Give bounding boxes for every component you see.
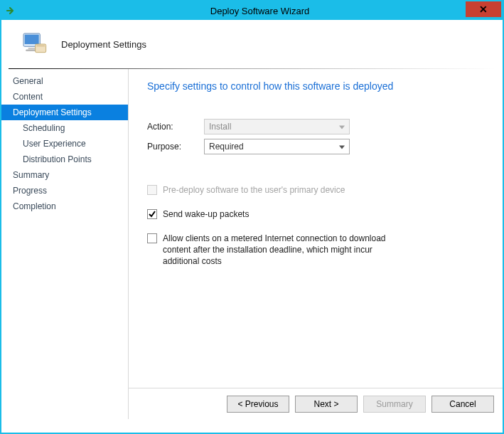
predeploy-checkbox [147, 185, 157, 195]
purpose-label: Purpose: [147, 142, 204, 152]
action-row: Action: Install [147, 119, 488, 134]
sidebar-item-progress[interactable]: Progress [1, 183, 128, 199]
sidebar-item-scheduling[interactable]: Scheduling [1, 120, 128, 136]
main-panel: Specify settings to control how this sof… [128, 69, 503, 419]
wakeup-row: Send wake-up packets [147, 208, 488, 220]
svg-rect-5 [36, 46, 45, 47]
cancel-button[interactable]: Cancel [431, 396, 494, 413]
wakeup-label: Send wake-up packets [163, 208, 249, 220]
action-dropdown: Install [204, 119, 350, 134]
button-bar: < Previous Next > Summary Cancel [129, 388, 503, 419]
predeploy-label: Pre-deploy software to the user's primar… [163, 184, 345, 196]
action-label: Action: [147, 122, 204, 132]
sidebar-item-completion[interactable]: Completion [1, 199, 128, 214]
purpose-row: Purpose: Required [147, 139, 488, 154]
page-title: Specify settings to control how this sof… [147, 80, 488, 92]
svg-rect-1 [25, 35, 39, 44]
svg-rect-2 [28, 48, 36, 50]
metered-checkbox[interactable] [147, 233, 157, 243]
sidebar-item-deployment-settings[interactable]: Deployment Settings [1, 105, 128, 120]
metered-label: Allow clients on a metered Internet conn… [163, 233, 404, 267]
metered-row: Allow clients on a metered Internet conn… [147, 233, 488, 267]
next-button[interactable]: Next > [295, 396, 358, 413]
wizard-header: Deployment Settings [1, 20, 503, 68]
summary-button: Summary [363, 396, 426, 413]
close-icon: ✕ [479, 4, 488, 15]
content-area: GeneralContentDeployment SettingsSchedul… [1, 69, 503, 419]
sidebar-item-distribution-points[interactable]: Distribution Points [1, 152, 128, 167]
purpose-value: Required [209, 142, 244, 152]
sidebar-item-user-experience[interactable]: User Experience [1, 136, 128, 152]
checkbox-group: Pre-deploy software to the user's primar… [147, 184, 488, 267]
wizard-sidebar: GeneralContentDeployment SettingsSchedul… [1, 69, 128, 419]
wizard-arrow-icon [6, 5, 17, 16]
titlebar: Deploy Software Wizard ✕ [1, 1, 503, 20]
computer-icon [20, 30, 48, 58]
previous-button[interactable]: < Previous [227, 396, 289, 413]
sidebar-item-summary[interactable]: Summary [1, 167, 128, 183]
window-title: Deploy Software Wizard [17, 6, 503, 16]
sidebar-item-content[interactable]: Content [1, 89, 128, 105]
close-button[interactable]: ✕ [466, 1, 501, 17]
sidebar-item-general[interactable]: General [1, 73, 128, 89]
action-value: Install [209, 122, 231, 132]
purpose-dropdown[interactable]: Required [204, 139, 350, 154]
predeploy-row: Pre-deploy software to the user's primar… [147, 184, 488, 196]
header-title: Deployment Settings [61, 39, 146, 50]
wakeup-checkbox[interactable] [147, 209, 157, 219]
